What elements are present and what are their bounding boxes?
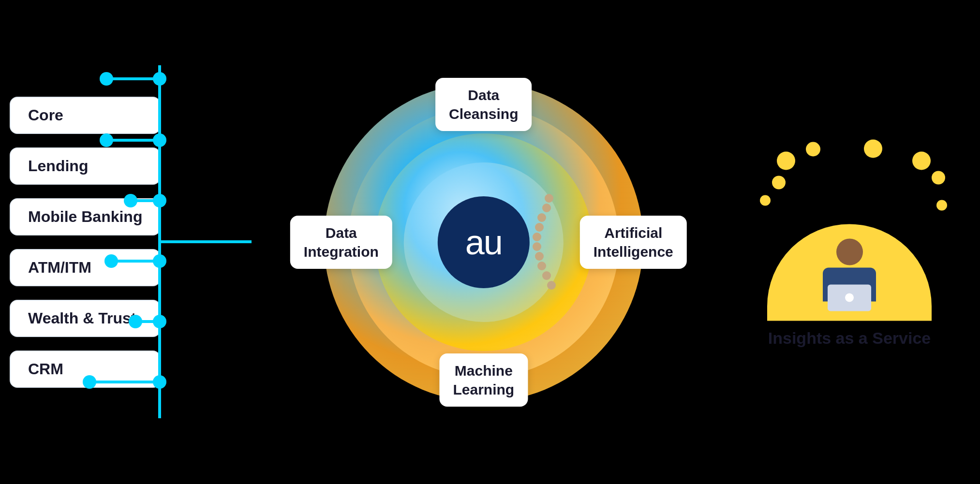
insights-illustration [748, 137, 951, 321]
center-diagram: au DataCleansing DataIntegration Artific… [324, 83, 643, 402]
person-head [836, 238, 863, 265]
person-figure [823, 238, 876, 301]
source-core: Core [10, 97, 161, 134]
laptop-screen [845, 293, 854, 302]
dot-8 [936, 200, 947, 210]
dot-5 [932, 171, 945, 184]
sources-panel: Core Lending Mobile Banking ATM/ITM Weal… [10, 97, 161, 388]
svg-point-14 [100, 72, 113, 86]
dot-3 [864, 139, 882, 158]
laptop [828, 284, 871, 311]
dot-4 [912, 151, 931, 170]
dot-2 [806, 142, 820, 156]
label-machine-learning: MachineLearning [439, 353, 528, 407]
main-diagram: Core Lending Mobile Banking ATM/ITM Weal… [0, 0, 980, 484]
dot-6 [772, 176, 786, 189]
dot-7 [760, 195, 771, 205]
person-torso [823, 267, 876, 301]
source-crm: CRM [10, 351, 161, 388]
insights-panel: Insights as a Service [748, 137, 951, 347]
dot-1 [777, 151, 795, 170]
source-lending: Lending [10, 147, 161, 185]
person-semicircle [767, 224, 932, 321]
source-mobile-banking: Mobile Banking [10, 198, 161, 235]
source-wealth-trust: Wealth & Trust [10, 300, 161, 337]
source-atm-itm: ATM/ITM [10, 249, 161, 286]
au-logo: au [438, 196, 530, 288]
label-artificial-intelligence: ArtificialIntelligence [580, 216, 687, 269]
insights-label: Insights as a Service [768, 328, 931, 347]
label-data-cleansing: DataCleansing [435, 78, 532, 131]
label-data-integration: DataIntegration [290, 216, 392, 269]
svg-point-2 [153, 72, 166, 86]
